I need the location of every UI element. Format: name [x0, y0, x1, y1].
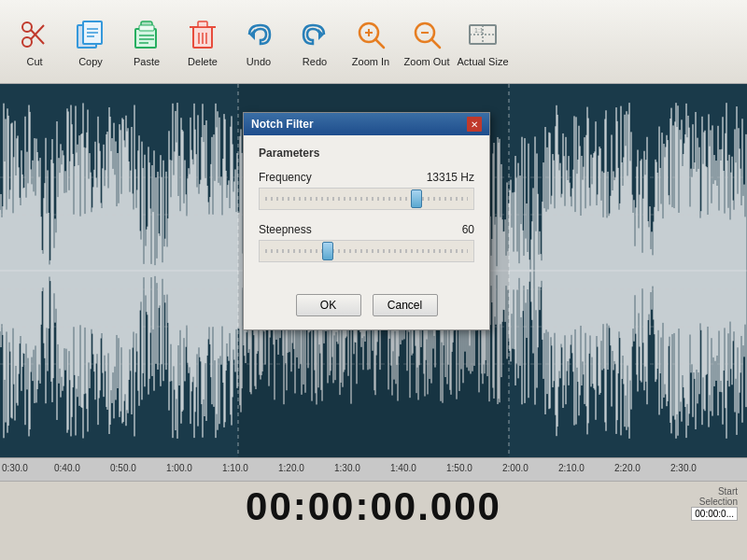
scissors-icon — [17, 17, 52, 52]
steepness-value: 60 — [462, 223, 474, 236]
svg-line-24 — [375, 39, 384, 48]
zoom-out-icon — [409, 17, 444, 52]
params-title: Parameters — [259, 147, 474, 160]
zoom-in-icon — [353, 17, 388, 52]
copy-icon — [73, 17, 108, 52]
waveform-area: Notch Filter ✕ Parameters Frequency 1331… — [0, 84, 747, 457]
delete-button[interactable]: Delete — [176, 6, 230, 78]
cut-button[interactable]: Cut — [7, 6, 62, 78]
redo-label: Redo — [303, 56, 327, 67]
ok-button[interactable]: OK — [296, 294, 361, 316]
steepness-slider-container[interactable] — [259, 240, 474, 262]
svg-rect-17 — [198, 21, 207, 27]
frequency-label: Frequency — [259, 171, 312, 184]
timeline-mark-2: 0:50.0 — [110, 463, 136, 473]
dialog-buttons: OK Cancel — [244, 287, 489, 329]
dialog-titlebar: Notch Filter ✕ — [244, 113, 489, 135]
frequency-value: 13315 Hz — [427, 171, 474, 184]
actual-size-label: Actual Size — [457, 56, 508, 67]
redo-icon — [297, 17, 332, 52]
dialog-overlay: Notch Filter ✕ Parameters Frequency 1331… — [0, 84, 747, 457]
notch-filter-dialog: Notch Filter ✕ Parameters Frequency 1331… — [243, 112, 490, 330]
undo-label: Undo — [247, 56, 271, 67]
steepness-header: Steepness 60 — [259, 223, 474, 236]
copy-label: Copy — [78, 56, 103, 67]
cut-label: Cut — [26, 56, 42, 67]
steepness-row: Steepness 60 — [259, 223, 474, 262]
zoom-out-label: Zoom Out — [404, 56, 450, 67]
frequency-slider-track — [265, 197, 468, 201]
copy-button[interactable]: Copy — [63, 6, 118, 78]
svg-line-28 — [431, 39, 440, 48]
zoom-in-label: Zoom In — [352, 56, 389, 67]
paste-label: Paste — [134, 56, 160, 67]
zoom-in-button[interactable]: Zoom In — [344, 6, 398, 78]
timeline-labels: 0:30.0 0:40.0 0:50.0 1:00.0 1:10.0 1:20.… — [0, 458, 747, 481]
timeline-mark-5: 1:20.0 — [278, 463, 304, 473]
delete-label: Delete — [188, 56, 218, 67]
frequency-row: Frequency 13315 Hz — [259, 171, 474, 210]
main-time-display: 00:00:00.000 — [9, 484, 738, 529]
dialog-close-button[interactable]: ✕ — [467, 117, 482, 132]
svg-rect-11 — [139, 25, 154, 31]
zoom-out-button[interactable]: Zoom Out — [400, 6, 454, 78]
selection-info: Start Selection 00:00:0... — [691, 486, 738, 521]
timeline-mark-7: 1:40.0 — [390, 463, 416, 473]
timeline-mark-6: 1:30.0 — [334, 463, 360, 473]
timeline-mark-1: 0:40.0 — [54, 463, 80, 473]
svg-text:1:1: 1:1 — [474, 27, 484, 34]
cancel-button[interactable]: Cancel — [373, 294, 438, 316]
timeline-mark-10: 2:10.0 — [558, 463, 585, 473]
delete-icon — [185, 17, 220, 52]
timeline-mark-4: 1:10.0 — [222, 463, 248, 473]
actual-size-button[interactable]: 1:1 Actual Size — [456, 6, 510, 78]
selection-sublabel: Selection — [699, 497, 738, 507]
paste-icon — [129, 17, 164, 52]
dialog-title: Notch Filter — [251, 118, 314, 131]
frequency-slider-thumb[interactable] — [411, 189, 422, 208]
actual-size-icon: 1:1 — [465, 17, 500, 52]
undo-icon — [241, 17, 276, 52]
time-display-bar: 00:00:00.000 Start Selection 00:00:0... — [0, 481, 747, 532]
timeline-mark-12: 2:30.0 — [670, 463, 697, 473]
dialog-body: Parameters Frequency 13315 Hz — [244, 135, 489, 287]
timeline-mark-0: 0:30.0 — [2, 463, 28, 473]
paste-button[interactable]: Paste — [120, 6, 174, 78]
timeline-mark-3: 1:00.0 — [166, 463, 192, 473]
steepness-label: Steepness — [259, 223, 312, 236]
steepness-slider-thumb[interactable] — [322, 242, 333, 260]
steepness-slider-track — [265, 249, 468, 253]
timeline-mark-11: 2:20.0 — [614, 463, 641, 473]
selection-value: 00:00:0... — [691, 507, 738, 521]
undo-button[interactable]: Undo — [232, 6, 286, 78]
frequency-header: Frequency 13315 Hz — [259, 171, 474, 184]
toolbar: Cut Copy Paste — [0, 0, 747, 84]
timeline-mark-8: 1:50.0 — [446, 463, 472, 473]
timeline: 0:30.0 0:40.0 0:50.0 1:00.0 1:10.0 1:20.… — [0, 457, 747, 481]
redo-button[interactable]: Redo — [288, 6, 342, 78]
svg-rect-9 — [135, 29, 156, 48]
timeline-mark-9: 2:00.0 — [502, 463, 529, 473]
selection-label: Start — [718, 486, 738, 497]
frequency-slider-container[interactable] — [259, 188, 474, 210]
